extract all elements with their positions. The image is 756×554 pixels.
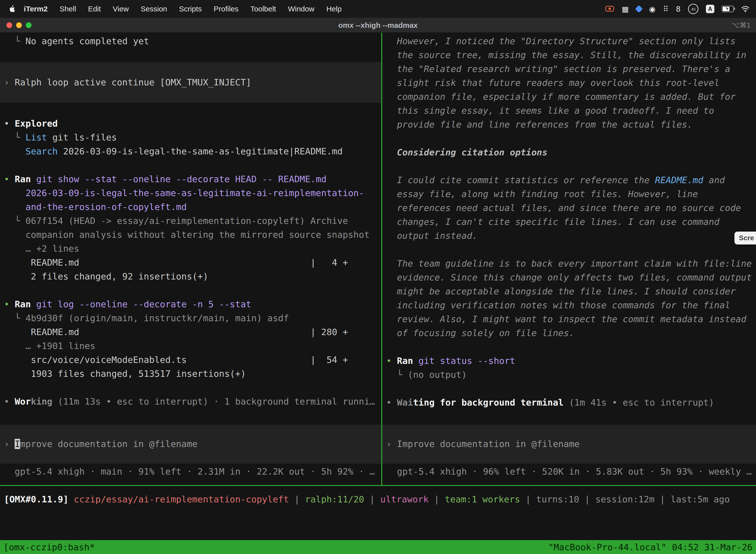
terminal-line: … +2 lines: [0, 242, 381, 256]
omx-status-bar: [OMX#0.11.9] cczip/essay/ai-reimplementa…: [0, 486, 756, 540]
terminal-line: • Ran git log --oneline --decorate -n 5 …: [0, 297, 381, 311]
screen: iTerm2 ShellEditViewSessionScriptsProfil…: [0, 0, 756, 554]
terminal-line: the "Related research writing" section i…: [382, 62, 756, 76]
terminal-line: I could cite commit statistics or refere…: [382, 173, 756, 187]
thinking-paragraph-1: However, I noticed the "Directory Struct…: [382, 34, 756, 131]
screen-recording-indicator-icon[interactable]: [605, 6, 614, 12]
terminal-line: 2026-03-09-is-legal-the-same-as-legitima…: [0, 186, 381, 200]
waiting-status-line: • Waiting for background terminal (1m 41…: [382, 396, 756, 409]
working-status-line: • Working (11m 13s • esc to interrupt) ·…: [0, 395, 381, 408]
terminal-line: README.md | 280 +: [0, 325, 381, 339]
apple-menu-icon[interactable]: [9, 5, 15, 13]
menu-item[interactable]: Profiles: [208, 5, 244, 13]
terminal-line: gpt-5.4 xhigh · 96% left · 520K in · 5.8…: [382, 465, 756, 479]
input-source-icon[interactable]: A: [706, 5, 714, 13]
menu-bar-left: iTerm2 ShellEditViewSessionScriptsProfil…: [0, 0, 348, 18]
terminal-line: • Ran git show --stat --oneline --decora…: [0, 172, 381, 186]
menu-item[interactable]: Session: [135, 5, 173, 13]
terminal-line: [OMX#0.11.9] cczip/essay/ai-reimplementa…: [0, 492, 756, 506]
left-model-status-line: gpt-5.4 xhigh · main · 91% left · 2.31M …: [0, 465, 381, 479]
left-prompt-input[interactable]: › Improve documentation in @filename: [0, 425, 381, 464]
terminal-line: └ 067f154 (HEAD -> essay/ai-reimplementa…: [0, 214, 381, 228]
terminal-line: › Improve documentation in @filename: [0, 437, 381, 451]
menu-item[interactable]: Edit: [82, 5, 107, 13]
window-title-bar[interactable]: omx --xhigh --madmax ⌥⌘1: [0, 18, 756, 33]
terminal-line: 2 files changed, 92 insertions(+): [0, 270, 381, 283]
terminal-line: the source tree, missing the essay. Stil…: [382, 48, 756, 62]
terminal-line: • Working (11m 13s • esc to interrupt) ·…: [0, 395, 381, 408]
menu-item-app-name[interactable]: iTerm2: [18, 5, 54, 13]
menu-bar-status-icons: ▦ ◉ ⠿ 8 .61 A ϟ: [605, 0, 756, 18]
macos-menu-bar: iTerm2 ShellEditViewSessionScriptsProfil…: [0, 0, 756, 18]
terminal-line: review. Also, I might want to inspect th…: [382, 312, 756, 326]
thinking-heading: Considering citation options: [382, 146, 756, 159]
menu-item[interactable]: Scripts: [173, 5, 208, 13]
window-title: omx --xhigh --madmax: [0, 21, 756, 30]
terminal-line: this single essay, it seems like a good …: [382, 104, 756, 118]
ralph-loop-banner: › Ralph loop active continue [OMX_TMUX_I…: [0, 62, 381, 103]
no-agents-line: └ No agents completed yet: [0, 34, 381, 48]
wifi-icon[interactable]: [741, 5, 750, 12]
menu-item[interactable]: Window: [282, 5, 320, 13]
terminal-line: references need actual files, and since …: [382, 201, 756, 215]
menu-item[interactable]: Help: [320, 5, 348, 13]
terminal-line: └ No agents completed yet: [0, 34, 381, 48]
window-controls: [6, 22, 32, 28]
terminal-line: src/voice/voiceModeEnabled.ts | 54 +: [0, 353, 381, 367]
window-shortcut-badge: ⌥⌘1: [732, 21, 751, 29]
terminal-line: However, I noticed the "Directory Struct…: [382, 34, 756, 48]
terminal-line: › Ralph loop active continue [OMX_TMUX_I…: [0, 75, 381, 89]
zoom-button[interactable]: [26, 22, 32, 28]
terminal-line: Search 2026-03-09-is-legal-the-same-as-l…: [0, 145, 381, 158]
menu-items: ShellEditViewSessionScriptsProfilesToolb…: [54, 5, 348, 13]
terminal-line: The team guideline is to back every impo…: [382, 257, 756, 271]
terminal-line: companion file, especially if more comme…: [382, 90, 756, 104]
tmux-host-clock-label: "MacBook-Pro-44.local" 04:52 31-Mar-26: [548, 542, 753, 552]
timer-icon[interactable]: 8: [676, 5, 681, 13]
terminal-line: changes, I can't cite specific file line…: [382, 215, 756, 229]
terminal-line: and-the-erosion-of-copyleft.md: [0, 200, 381, 214]
terminal-line: might be acceptable alongside the file l…: [382, 284, 756, 298]
tmux-status-bar: [omx-cczip0:bash* "MacBook-Pro-44.local"…: [0, 540, 756, 554]
terminal-line: output instead.: [382, 229, 756, 243]
terminal-line: • Ran git status --short: [382, 354, 756, 368]
terminal-line: evidence. Since this change only affects…: [382, 271, 756, 284]
explored-block: • Explored └ List git ls-files Search 20…: [0, 117, 381, 158]
raycast-diamond: [635, 5, 643, 13]
terminal-line: › Improve documentation in @filename: [382, 437, 756, 451]
terminal-line: essay file, along with finding root file…: [382, 187, 756, 201]
terminal-line: • Waiting for background terminal (1m 41…: [382, 396, 756, 409]
minimize-button[interactable]: [16, 22, 22, 28]
gauge-icon[interactable]: .61: [688, 4, 698, 14]
terminal-line: └ (no output): [382, 368, 756, 382]
terminal-line: Considering citation options: [382, 146, 756, 159]
terminal-line: including verification notes with those …: [382, 298, 756, 312]
thinking-paragraph-3: The team guideline is to back every impo…: [382, 257, 756, 340]
battery-icon[interactable]: ϟ: [722, 6, 734, 12]
menu-item[interactable]: View: [107, 5, 135, 13]
terminal-line: └ List git ls-files: [0, 130, 381, 145]
dots-grid-icon[interactable]: ⠿: [663, 5, 669, 13]
close-button[interactable]: [6, 22, 12, 28]
shutter-icon[interactable]: ◉: [649, 5, 655, 13]
git-status-block: • Ran git status --short └ (no output): [382, 354, 756, 382]
screen-overlay-button[interactable]: Scre: [735, 232, 756, 244]
keypad-icon[interactable]: ▦: [622, 5, 629, 13]
terminal-line: └ 4b9d30f (origin/main, instructkr/main,…: [0, 311, 381, 325]
menu-item[interactable]: Shell: [54, 5, 82, 13]
terminal-line: of focusing solely on file lines.: [382, 326, 756, 340]
tmux-session-window-label[interactable]: [omx-cczip0:bash*: [3, 542, 95, 552]
raycast-icon[interactable]: [636, 6, 642, 12]
terminal-line: • Explored: [0, 117, 381, 130]
git-show-block: • Ran git show --stat --oneline --decora…: [0, 172, 381, 283]
right-agent-pane: However, I noticed the "Directory Struct…: [382, 33, 756, 485]
git-log-block: • Ran git log --oneline --decorate -n 5 …: [0, 297, 381, 381]
right-prompt-input[interactable]: › Improve documentation in @filename: [382, 425, 756, 464]
charging-bolt-icon: ϟ: [722, 6, 732, 12]
thinking-paragraph-2: I could cite commit statistics or refere…: [382, 173, 756, 243]
menu-item[interactable]: Toolbelt: [245, 5, 282, 13]
terminal-line: README.md | 4 +: [0, 256, 381, 270]
terminal-line: slight risk that future readers may over…: [382, 76, 756, 90]
terminal-content: └ No agents completed yet › Ralph loop a…: [0, 33, 756, 485]
terminal-line: companion analysis without altering the …: [0, 228, 381, 242]
